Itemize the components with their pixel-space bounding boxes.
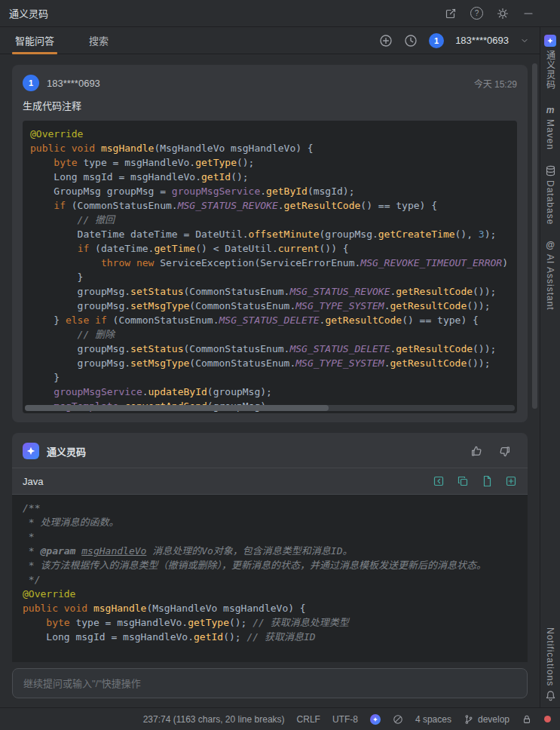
new-chat-icon[interactable] xyxy=(445,8,457,20)
toolwindow-maven[interactable]: m Maven xyxy=(545,105,555,150)
tab-search[interactable]: 搜索 xyxy=(84,27,113,54)
chat-scrollbar-thumb[interactable] xyxy=(532,63,537,409)
git-branch-icon xyxy=(464,714,474,725)
composer xyxy=(0,662,540,707)
chat-scrollbar[interactable] xyxy=(532,59,537,658)
settings-gear-icon[interactable] xyxy=(497,8,509,20)
lock-icon[interactable] xyxy=(522,714,532,725)
user-name: 183****0693 xyxy=(47,78,100,89)
git-branch-name: develop xyxy=(478,714,510,725)
code-language-label: Java xyxy=(23,476,43,487)
code-horizontal-scrollbar[interactable] xyxy=(25,405,515,411)
chat-input[interactable] xyxy=(12,668,528,698)
caret-position[interactable]: 237:74 (1163 chars, 20 line breaks) xyxy=(143,714,285,725)
insert-code-icon[interactable] xyxy=(433,475,445,487)
toolwindow-database-label: Database xyxy=(545,180,555,225)
user-message-text: 生成代码注释 xyxy=(23,98,517,113)
toolwindow-notifications[interactable]: Notifications xyxy=(545,627,556,701)
code-actions xyxy=(433,475,517,487)
tongyi-logo-icon xyxy=(26,446,36,456)
chat-area: 1 183****0693 今天 15:29 生成代码注释 @Overridep… xyxy=(0,54,540,662)
indent-style[interactable]: 4 spaces xyxy=(415,714,451,725)
account-name[interactable]: 183****0693 xyxy=(455,35,509,46)
feedback-actions xyxy=(470,445,517,458)
tab-qa-label: 智能问答 xyxy=(15,33,54,48)
chevron-down-icon[interactable] xyxy=(520,36,529,45)
code-toolbar: Java xyxy=(12,468,528,495)
tab-qa[interactable]: 智能问答 xyxy=(11,27,59,54)
tongyi-strip-icon xyxy=(544,35,556,47)
window-title: 通义灵码 xyxy=(9,6,48,20)
request-code-lines: @Overridepublic void msgHandle(MsgHandle… xyxy=(30,127,517,413)
toolwindow-ai-assistant-label: AI Assistant xyxy=(545,254,555,311)
tabbar-actions: 1 183****0693 xyxy=(379,33,529,48)
new-session-icon[interactable] xyxy=(379,34,393,48)
create-file-icon[interactable] xyxy=(481,475,493,487)
help-glyph: ? xyxy=(470,7,483,20)
file-encoding[interactable]: UTF-8 xyxy=(332,714,358,725)
assistant-header: 通义灵码 xyxy=(12,440,528,462)
history-icon[interactable] xyxy=(404,34,418,48)
help-icon[interactable]: ? xyxy=(470,7,483,20)
toolwindow-database[interactable]: Database xyxy=(545,165,556,225)
diff-insert-icon[interactable] xyxy=(505,475,517,487)
error-indicator[interactable] xyxy=(544,716,551,722)
titlebar-actions: ? xyxy=(445,7,551,20)
line-separator[interactable]: CRLF xyxy=(297,714,320,725)
database-icon xyxy=(545,165,556,176)
toolwindow-ai-assistant[interactable]: @ AI Assistant xyxy=(545,240,555,311)
assistant-avatar xyxy=(23,443,39,459)
tabbar: 智能问答 搜索 1 183****0693 xyxy=(0,27,540,54)
minimize-icon[interactable] xyxy=(522,8,534,20)
ai-assistant-icon: @ xyxy=(546,240,555,250)
thumbs-down-icon[interactable] xyxy=(498,445,511,458)
toolwindow-notifications-label: Notifications xyxy=(545,627,555,686)
account-avatar[interactable]: 1 xyxy=(429,33,444,48)
error-dot-icon xyxy=(544,716,551,722)
right-tool-strip: 通义灵码 m Maven Database @ AI Assistant Not… xyxy=(540,27,560,707)
tab-search-label: 搜索 xyxy=(89,33,109,48)
toolwindow-tongyi-label: 通义灵码 xyxy=(544,51,557,90)
statusbar: 237:74 (1163 chars, 20 line breaks) CRLF… xyxy=(0,707,560,730)
thumbs-up-icon[interactable] xyxy=(470,445,483,458)
user-avatar: 1 xyxy=(23,75,39,91)
titlebar: 通义灵码 ? xyxy=(0,0,560,27)
inspections-off-icon[interactable] xyxy=(393,714,403,725)
user-message: 1 183****0693 今天 15:29 生成代码注释 @Overridep… xyxy=(12,65,528,422)
bell-icon xyxy=(545,690,556,701)
toolwindow-tongyi[interactable]: 通义灵码 xyxy=(544,35,557,90)
user-message-header: 1 183****0693 今天 15:29 xyxy=(23,74,517,92)
git-branch-widget[interactable]: develop xyxy=(464,714,510,725)
maven-icon: m xyxy=(546,105,555,115)
tongyi-status-icon[interactable] xyxy=(370,714,381,725)
code-horizontal-scrollbar-thumb[interactable] xyxy=(25,405,329,411)
response-code-lines: /** * 处理消息的函数。 * * @param msgHandleVo 消息… xyxy=(23,501,517,644)
response-code-block: /** * 处理消息的函数。 * * @param msgHandleVo 消息… xyxy=(12,495,528,662)
message-timestamp: 今天 15:29 xyxy=(474,77,517,90)
request-code-block: @Overridepublic void msgHandle(MsgHandle… xyxy=(23,121,517,413)
toolwindow-maven-label: Maven xyxy=(545,119,555,150)
assistant-name: 通义灵码 xyxy=(47,444,86,459)
assistant-message: 通义灵码 Java xyxy=(12,433,528,662)
copy-code-icon[interactable] xyxy=(457,475,469,487)
